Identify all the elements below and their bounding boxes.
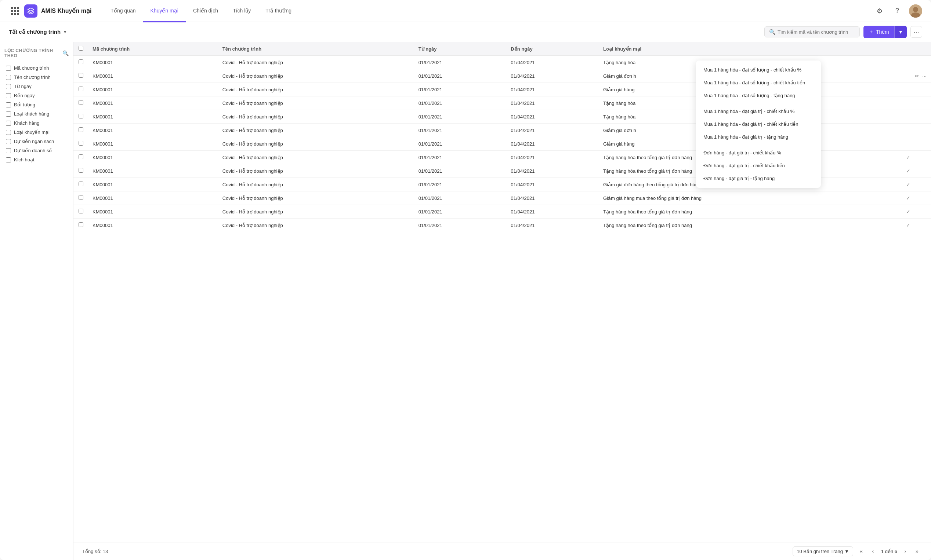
settings-button[interactable]: ⚙: [874, 5, 885, 17]
nav-actions: ⚙ ?: [874, 5, 922, 18]
dropdown-item-4[interactable]: Mua 1 hàng hóa - đạt giá trị - chiết khấ…: [696, 118, 821, 131]
total-count: 13: [103, 549, 108, 554]
add-type-dropdown[interactable]: Mua 1 hàng hóa - đạt số lượng - chiết kh…: [696, 60, 821, 188]
add-button-dropdown[interactable]: ▼: [894, 26, 907, 38]
filter-item-loai-kh[interactable]: Loại khách hàng: [5, 109, 69, 118]
filter-item-ten[interactable]: Tên chương trình: [5, 72, 69, 82]
filter-checkbox-ngan-sach[interactable]: [6, 139, 11, 144]
dropdown-item-8[interactable]: Đơn hàng - đạt giá trị - tặng hàng: [696, 172, 821, 185]
page-size-chevron: ▼: [845, 549, 849, 554]
filter-item-doi-tuong[interactable]: Đối tượng: [5, 100, 69, 109]
filter-label-ma: Mã chương trình: [14, 65, 49, 71]
last-page-button[interactable]: »: [912, 546, 922, 556]
filter-checkbox-doanh-so[interactable]: [6, 148, 11, 153]
app-container: AMIS Khuyến mại Tổng quan Khuyến mại Chi…: [0, 0, 931, 560]
header-check[interactable]: [73, 42, 88, 56]
tab-tich-luy[interactable]: Tích lũy: [225, 0, 258, 22]
filter-label-doanh-so: Dự kiến doanh số: [14, 148, 52, 153]
header-tu-ngay: Từ ngày: [414, 42, 506, 56]
filter-search-icon[interactable]: 🔍: [62, 50, 69, 56]
filter-label-doi-tuong: Đối tượng: [14, 102, 35, 108]
filter-item-kich-hoat[interactable]: Kích hoạt: [5, 155, 69, 164]
search-input[interactable]: [778, 29, 855, 35]
filter-item-khach-hang[interactable]: Khách hàng: [5, 118, 69, 128]
row-check[interactable]: [73, 69, 88, 83]
dropdown-divider-2: [696, 143, 821, 146]
filter-checkbox-den-ngay[interactable]: [6, 93, 11, 98]
filter-item-ngan-sach[interactable]: Dự kiến ngân sách: [5, 137, 69, 146]
filter-checkbox-khach-hang[interactable]: [6, 121, 11, 126]
tab-chien-dich[interactable]: Chiến dịch: [186, 0, 225, 22]
filter-checkbox-kich-hoat[interactable]: [6, 157, 11, 163]
table-footer: Tổng số: 13 10 Bản ghi trên Trang ▼ « ‹ …: [73, 542, 931, 560]
page-size-label: 10 Bản ghi trên Trang: [797, 549, 843, 554]
active-check-icon: ✓: [906, 182, 911, 188]
program-selector[interactable]: Tất cả chương trình ▼: [9, 29, 67, 35]
filter-item-loai-km[interactable]: Loại khuyến mại: [5, 128, 69, 137]
sub-header-actions: 🔍 ＋ Thêm ▼ ···: [764, 26, 922, 38]
dropdown-item-0[interactable]: Mua 1 hàng hóa - đạt số lượng - chiết kh…: [696, 63, 821, 76]
avatar[interactable]: [909, 5, 922, 18]
add-button[interactable]: ＋ Thêm: [863, 26, 894, 38]
pagination: 10 Bản ghi trên Trang ▼ « ‹ 1 đến 6 › »: [793, 546, 922, 556]
filter-item-tu-ngay[interactable]: Từ ngày: [5, 82, 69, 91]
row-tu-ngay: 01/01/2021: [414, 69, 506, 83]
row-check[interactable]: [73, 56, 88, 69]
top-nav: AMIS Khuyến mại Tổng quan Khuyến mại Chi…: [0, 0, 931, 22]
filter-label-tu-ngay: Từ ngày: [14, 84, 32, 89]
dropdown-divider-1: [696, 102, 821, 105]
filter-item-doanh-so[interactable]: Dự kiến doanh số: [5, 146, 69, 155]
page-size-select[interactable]: 10 Bản ghi trên Trang ▼: [793, 546, 853, 556]
row-ma: KM00001: [88, 69, 218, 83]
filter-label-loai-km: Loại khuyến mại: [14, 129, 49, 135]
next-page-button[interactable]: ›: [900, 546, 911, 556]
sidebar-filter: LỌC CHƯƠNG TRÌNH THEO 🔍 Mã chương trình …: [0, 42, 73, 560]
dropdown-item-5[interactable]: Mua 1 hàng hóa - đạt giá trị - tặng hàng: [696, 131, 821, 143]
chevron-down-icon: ▼: [63, 29, 67, 34]
dropdown-item-6[interactable]: Đơn hàng - đạt giá trị - chiết khấu %: [696, 146, 821, 159]
search-box[interactable]: 🔍: [764, 26, 860, 37]
first-page-button[interactable]: «: [856, 546, 866, 556]
row-ten: Covid - Hỗ trợ doanh nghiệp: [218, 69, 414, 83]
filter-checkbox-loai-kh[interactable]: [6, 111, 11, 117]
sub-header: Tất cả chương trình ▼ 🔍 ＋ Thêm ▼ ···: [0, 22, 931, 42]
dropdown-item-3[interactable]: Mua 1 hàng hóa - đạt giá trị - chiết khấ…: [696, 105, 821, 118]
filter-item-den-ngay[interactable]: Đến ngày: [5, 91, 69, 100]
header-ten: Tên chương trình: [218, 42, 414, 56]
edit-icon[interactable]: ✏: [915, 73, 919, 79]
dropdown-item-7[interactable]: Đơn hàng - đạt giá trị - chiết khấu tiền: [696, 159, 821, 172]
filter-checkbox-ten[interactable]: [6, 75, 11, 80]
table-row: KM00001 Covid - Hỗ trợ doanh nghiệp 01/0…: [73, 191, 931, 205]
more-row-icon[interactable]: ···: [922, 73, 926, 79]
dropdown-item-2[interactable]: Mua 1 hàng hóa - đạt số lượng - tặng hàn…: [696, 89, 821, 102]
grid-menu-button[interactable]: [9, 5, 21, 17]
plus-icon: ＋: [869, 29, 874, 35]
prev-page-button[interactable]: ‹: [868, 546, 878, 556]
app-title: AMIS Khuyến mại: [41, 7, 91, 14]
row-tu-ngay: 01/01/2021: [414, 56, 506, 69]
tab-tra-thuong[interactable]: Trả thưởng: [258, 0, 299, 22]
selector-label: Tất cả chương trình: [9, 29, 60, 35]
header-den-ngay: Đến ngày: [506, 42, 599, 56]
tab-tong-quan[interactable]: Tổng quan: [103, 0, 143, 22]
row-ma: KM00001: [88, 56, 218, 69]
select-all-checkbox[interactable]: [79, 46, 83, 51]
row-ten: Covid - Hỗ trợ doanh nghiệp: [218, 56, 414, 69]
page-info: 1 đến 6: [880, 549, 899, 554]
filter-checkbox-ma[interactable]: [6, 66, 11, 71]
filter-checkbox-tu-ngay[interactable]: [6, 84, 11, 89]
filter-label-ngan-sach: Dự kiến ngân sách: [14, 138, 54, 144]
tab-khuyen-mai[interactable]: Khuyến mại: [143, 0, 186, 22]
dropdown-item-1[interactable]: Mua 1 hàng hóa - đạt số lượng - chiết kh…: [696, 76, 821, 89]
search-icon: 🔍: [769, 29, 775, 35]
more-options-button[interactable]: ···: [911, 26, 922, 38]
logo-icon: [27, 7, 34, 15]
page-nav: « ‹ 1 đến 6 › »: [856, 546, 922, 556]
table-row: KM00001 Covid - Hỗ trợ doanh nghiệp 01/0…: [73, 218, 931, 232]
filter-item-ma[interactable]: Mã chương trình: [5, 63, 69, 72]
filter-checkbox-doi-tuong[interactable]: [6, 102, 11, 108]
filter-checkbox-loai-km[interactable]: [6, 130, 11, 135]
active-check-icon: ✓: [906, 195, 911, 201]
help-button[interactable]: ?: [891, 5, 903, 17]
filter-label-loai-kh: Loại khách hàng: [14, 111, 49, 117]
